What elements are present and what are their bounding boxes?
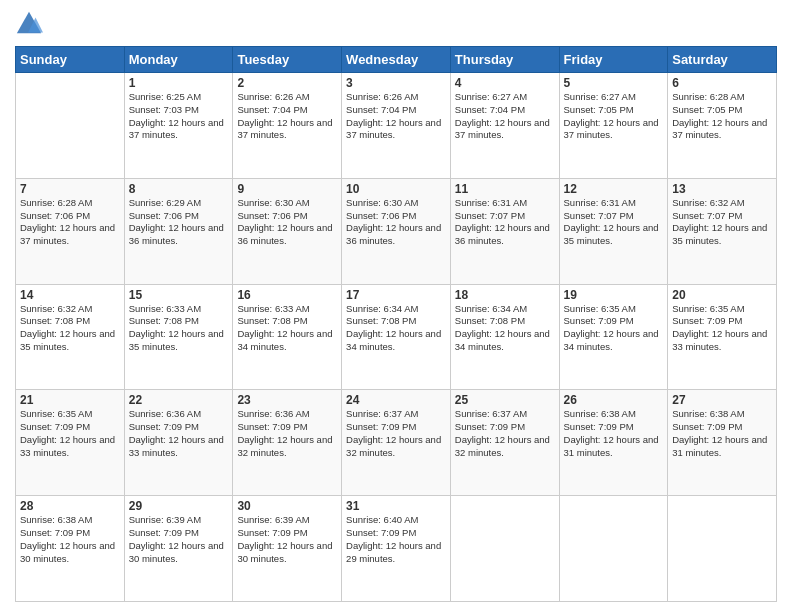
day-number: 9	[237, 182, 337, 196]
header-monday: Monday	[124, 47, 233, 73]
day-cell: 29Sunrise: 6:39 AMSunset: 7:09 PMDayligh…	[124, 496, 233, 602]
day-cell: 19Sunrise: 6:35 AMSunset: 7:09 PMDayligh…	[559, 284, 668, 390]
day-info: Sunrise: 6:33 AMSunset: 7:08 PMDaylight:…	[129, 303, 229, 354]
day-number: 19	[564, 288, 664, 302]
day-cell: 14Sunrise: 6:32 AMSunset: 7:08 PMDayligh…	[16, 284, 125, 390]
day-number: 15	[129, 288, 229, 302]
day-cell: 16Sunrise: 6:33 AMSunset: 7:08 PMDayligh…	[233, 284, 342, 390]
day-info: Sunrise: 6:32 AMSunset: 7:08 PMDaylight:…	[20, 303, 120, 354]
logo-icon	[15, 10, 43, 38]
day-number: 11	[455, 182, 555, 196]
day-number: 13	[672, 182, 772, 196]
calendar-header: SundayMondayTuesdayWednesdayThursdayFrid…	[16, 47, 777, 73]
day-cell: 12Sunrise: 6:31 AMSunset: 7:07 PMDayligh…	[559, 178, 668, 284]
day-info: Sunrise: 6:27 AMSunset: 7:05 PMDaylight:…	[564, 91, 664, 142]
day-cell: 17Sunrise: 6:34 AMSunset: 7:08 PMDayligh…	[342, 284, 451, 390]
day-number: 23	[237, 393, 337, 407]
day-number: 4	[455, 76, 555, 90]
day-info: Sunrise: 6:26 AMSunset: 7:04 PMDaylight:…	[237, 91, 337, 142]
day-cell: 20Sunrise: 6:35 AMSunset: 7:09 PMDayligh…	[668, 284, 777, 390]
day-number: 2	[237, 76, 337, 90]
day-info: Sunrise: 6:38 AMSunset: 7:09 PMDaylight:…	[20, 514, 120, 565]
header-friday: Friday	[559, 47, 668, 73]
day-number: 8	[129, 182, 229, 196]
day-cell: 9Sunrise: 6:30 AMSunset: 7:06 PMDaylight…	[233, 178, 342, 284]
day-info: Sunrise: 6:37 AMSunset: 7:09 PMDaylight:…	[346, 408, 446, 459]
day-info: Sunrise: 6:35 AMSunset: 7:09 PMDaylight:…	[564, 303, 664, 354]
day-number: 28	[20, 499, 120, 513]
day-number: 26	[564, 393, 664, 407]
header-wednesday: Wednesday	[342, 47, 451, 73]
day-info: Sunrise: 6:27 AMSunset: 7:04 PMDaylight:…	[455, 91, 555, 142]
day-number: 3	[346, 76, 446, 90]
day-number: 22	[129, 393, 229, 407]
day-number: 7	[20, 182, 120, 196]
day-info: Sunrise: 6:39 AMSunset: 7:09 PMDaylight:…	[237, 514, 337, 565]
header-thursday: Thursday	[450, 47, 559, 73]
day-info: Sunrise: 6:30 AMSunset: 7:06 PMDaylight:…	[237, 197, 337, 248]
day-cell: 21Sunrise: 6:35 AMSunset: 7:09 PMDayligh…	[16, 390, 125, 496]
day-cell: 5Sunrise: 6:27 AMSunset: 7:05 PMDaylight…	[559, 73, 668, 179]
day-info: Sunrise: 6:36 AMSunset: 7:09 PMDaylight:…	[129, 408, 229, 459]
day-info: Sunrise: 6:25 AMSunset: 7:03 PMDaylight:…	[129, 91, 229, 142]
day-cell: 11Sunrise: 6:31 AMSunset: 7:07 PMDayligh…	[450, 178, 559, 284]
day-cell: 15Sunrise: 6:33 AMSunset: 7:08 PMDayligh…	[124, 284, 233, 390]
day-cell: 31Sunrise: 6:40 AMSunset: 7:09 PMDayligh…	[342, 496, 451, 602]
day-cell: 1Sunrise: 6:25 AMSunset: 7:03 PMDaylight…	[124, 73, 233, 179]
day-info: Sunrise: 6:29 AMSunset: 7:06 PMDaylight:…	[129, 197, 229, 248]
day-cell: 3Sunrise: 6:26 AMSunset: 7:04 PMDaylight…	[342, 73, 451, 179]
header-tuesday: Tuesday	[233, 47, 342, 73]
day-info: Sunrise: 6:31 AMSunset: 7:07 PMDaylight:…	[455, 197, 555, 248]
day-cell	[450, 496, 559, 602]
day-info: Sunrise: 6:28 AMSunset: 7:06 PMDaylight:…	[20, 197, 120, 248]
day-cell: 6Sunrise: 6:28 AMSunset: 7:05 PMDaylight…	[668, 73, 777, 179]
week-row-4: 21Sunrise: 6:35 AMSunset: 7:09 PMDayligh…	[16, 390, 777, 496]
day-cell: 4Sunrise: 6:27 AMSunset: 7:04 PMDaylight…	[450, 73, 559, 179]
header	[15, 10, 777, 38]
day-info: Sunrise: 6:32 AMSunset: 7:07 PMDaylight:…	[672, 197, 772, 248]
day-number: 31	[346, 499, 446, 513]
day-info: Sunrise: 6:35 AMSunset: 7:09 PMDaylight:…	[20, 408, 120, 459]
day-number: 30	[237, 499, 337, 513]
day-info: Sunrise: 6:33 AMSunset: 7:08 PMDaylight:…	[237, 303, 337, 354]
day-info: Sunrise: 6:26 AMSunset: 7:04 PMDaylight:…	[346, 91, 446, 142]
calendar-body: 1Sunrise: 6:25 AMSunset: 7:03 PMDaylight…	[16, 73, 777, 602]
week-row-3: 14Sunrise: 6:32 AMSunset: 7:08 PMDayligh…	[16, 284, 777, 390]
day-cell: 2Sunrise: 6:26 AMSunset: 7:04 PMDaylight…	[233, 73, 342, 179]
day-number: 27	[672, 393, 772, 407]
week-row-5: 28Sunrise: 6:38 AMSunset: 7:09 PMDayligh…	[16, 496, 777, 602]
day-cell: 26Sunrise: 6:38 AMSunset: 7:09 PMDayligh…	[559, 390, 668, 496]
day-cell: 18Sunrise: 6:34 AMSunset: 7:08 PMDayligh…	[450, 284, 559, 390]
day-info: Sunrise: 6:37 AMSunset: 7:09 PMDaylight:…	[455, 408, 555, 459]
day-info: Sunrise: 6:40 AMSunset: 7:09 PMDaylight:…	[346, 514, 446, 565]
day-number: 24	[346, 393, 446, 407]
day-cell: 10Sunrise: 6:30 AMSunset: 7:06 PMDayligh…	[342, 178, 451, 284]
day-cell: 8Sunrise: 6:29 AMSunset: 7:06 PMDaylight…	[124, 178, 233, 284]
header-saturday: Saturday	[668, 47, 777, 73]
logo	[15, 10, 47, 38]
day-info: Sunrise: 6:35 AMSunset: 7:09 PMDaylight:…	[672, 303, 772, 354]
day-number: 5	[564, 76, 664, 90]
day-info: Sunrise: 6:31 AMSunset: 7:07 PMDaylight:…	[564, 197, 664, 248]
day-number: 18	[455, 288, 555, 302]
day-info: Sunrise: 6:39 AMSunset: 7:09 PMDaylight:…	[129, 514, 229, 565]
day-cell: 24Sunrise: 6:37 AMSunset: 7:09 PMDayligh…	[342, 390, 451, 496]
week-row-1: 1Sunrise: 6:25 AMSunset: 7:03 PMDaylight…	[16, 73, 777, 179]
day-info: Sunrise: 6:34 AMSunset: 7:08 PMDaylight:…	[455, 303, 555, 354]
day-cell: 13Sunrise: 6:32 AMSunset: 7:07 PMDayligh…	[668, 178, 777, 284]
day-cell: 7Sunrise: 6:28 AMSunset: 7:06 PMDaylight…	[16, 178, 125, 284]
day-number: 20	[672, 288, 772, 302]
day-number: 21	[20, 393, 120, 407]
day-cell: 22Sunrise: 6:36 AMSunset: 7:09 PMDayligh…	[124, 390, 233, 496]
day-number: 10	[346, 182, 446, 196]
day-cell: 25Sunrise: 6:37 AMSunset: 7:09 PMDayligh…	[450, 390, 559, 496]
day-number: 12	[564, 182, 664, 196]
day-cell	[559, 496, 668, 602]
day-number: 6	[672, 76, 772, 90]
header-sunday: Sunday	[16, 47, 125, 73]
day-info: Sunrise: 6:38 AMSunset: 7:09 PMDaylight:…	[672, 408, 772, 459]
day-info: Sunrise: 6:34 AMSunset: 7:08 PMDaylight:…	[346, 303, 446, 354]
day-info: Sunrise: 6:28 AMSunset: 7:05 PMDaylight:…	[672, 91, 772, 142]
day-cell: 28Sunrise: 6:38 AMSunset: 7:09 PMDayligh…	[16, 496, 125, 602]
day-info: Sunrise: 6:30 AMSunset: 7:06 PMDaylight:…	[346, 197, 446, 248]
